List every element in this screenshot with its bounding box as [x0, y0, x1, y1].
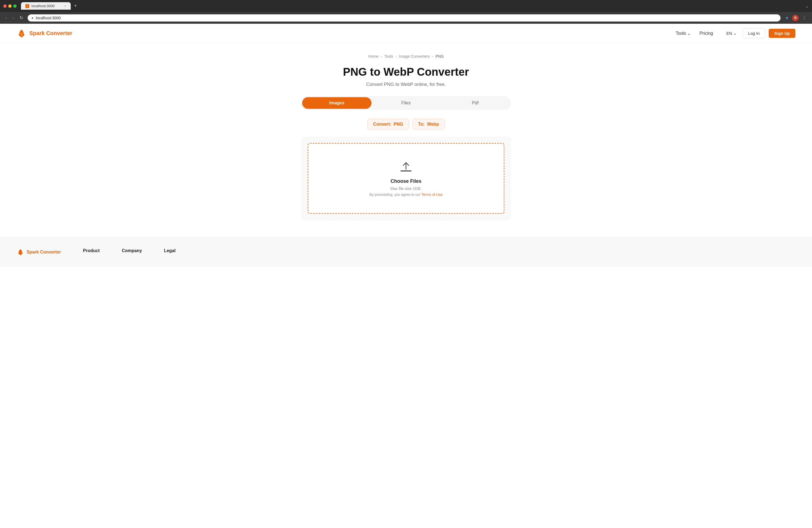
- page-subtitle: Convert PNG to WebP online, for free.: [301, 82, 511, 87]
- convert-from-badge: Convert: PNG: [367, 119, 409, 130]
- breadcrumb-home[interactable]: Home: [368, 54, 378, 59]
- tab-images[interactable]: Images: [302, 97, 372, 109]
- nav-links: Tools ⌄ Pricing: [676, 31, 713, 36]
- page-title: PNG to WebP Converter: [301, 65, 511, 78]
- tools-chevron-icon: ⌄: [687, 31, 691, 36]
- browser-tab-active[interactable]: S localhost:3000 ×: [21, 2, 71, 10]
- tab-favicon: S: [25, 4, 29, 8]
- address-bar[interactable]: ● localhost:3000: [28, 14, 781, 21]
- upload-label: Choose Files: [319, 178, 493, 184]
- breadcrumb-sep-3: ›: [432, 54, 433, 59]
- browser-tabs: S localhost:3000 × +: [21, 2, 803, 10]
- logo-area[interactable]: Spark Converter: [17, 28, 72, 39]
- breadcrumb: Home › Tools › Image Converters › PNG: [301, 54, 511, 59]
- footer-product-heading: Product: [83, 248, 100, 253]
- convert-from-label: Convert:: [373, 122, 391, 127]
- new-tab-button[interactable]: +: [72, 2, 79, 10]
- traffic-light-yellow[interactable]: [8, 4, 12, 8]
- footer-logo-text: Spark Converter: [27, 250, 61, 254]
- upload-tos-text: By proceeding, you agree to our: [369, 192, 421, 196]
- footer-company-heading: Company: [122, 248, 142, 253]
- convert-to-badge: To: Webp: [412, 119, 445, 130]
- footer-legal-col: Legal: [164, 248, 176, 254]
- footer-logo-icon: [17, 248, 24, 256]
- footer-product-col: Product: [83, 248, 100, 254]
- traffic-light-red[interactable]: [3, 4, 6, 8]
- menu-button[interactable]: ⋮: [801, 14, 808, 21]
- breadcrumb-sep-1: ›: [381, 54, 382, 59]
- browser-chrome: S localhost:3000 × + ⌄ ‹ › ↻ ● localhost…: [0, 0, 812, 24]
- browser-titlebar: S localhost:3000 × + ⌄: [0, 2, 812, 12]
- convert-to-label: To:: [418, 122, 425, 127]
- breadcrumb-image-converters[interactable]: Image Converters: [399, 54, 430, 59]
- convert-to-value: Webp: [427, 122, 439, 127]
- nav-actions: EN ⌄ Log In Sign Up: [724, 28, 795, 38]
- pricing-nav-link[interactable]: Pricing: [700, 31, 713, 36]
- upload-icon: [399, 160, 413, 174]
- footer-content: Spark Converter Product Company Legal: [17, 248, 795, 256]
- address-text: localhost:3000: [36, 16, 777, 20]
- login-button[interactable]: Log In: [742, 28, 766, 38]
- browser-actions: ★ R ⋮: [784, 14, 808, 21]
- terms-of-use-link[interactable]: Terms of Use: [421, 192, 443, 196]
- upload-container: Choose Files Max file size 1GB. By proce…: [301, 136, 511, 220]
- language-selector[interactable]: EN ⌄: [724, 29, 739, 38]
- breadcrumb-sep-2: ›: [395, 54, 397, 59]
- tools-nav-link[interactable]: Tools ⌄: [676, 31, 691, 36]
- profile-button[interactable]: R: [792, 15, 799, 21]
- breadcrumb-tools[interactable]: Tools: [384, 54, 393, 59]
- convert-from-value: PNG: [394, 122, 403, 127]
- converter-tabs: Images Files Pdf: [301, 96, 511, 110]
- signup-button[interactable]: Sign Up: [769, 29, 795, 38]
- bookmark-button[interactable]: ★: [784, 14, 790, 21]
- forward-button[interactable]: ›: [11, 14, 15, 21]
- browser-addressbar: ‹ › ↻ ● localhost:3000 ★ R ⋮: [0, 12, 812, 24]
- tab-close-button[interactable]: ×: [64, 4, 66, 8]
- tab-title: localhost:3000: [31, 4, 55, 8]
- traffic-lights: [3, 4, 17, 8]
- footer-company-col: Company: [122, 248, 142, 254]
- footer-legal-heading: Legal: [164, 248, 176, 253]
- main-section: Home › Tools › Image Converters › PNG PN…: [295, 43, 517, 237]
- svg-rect-0: [401, 171, 411, 172]
- refresh-button[interactable]: ↻: [18, 14, 24, 21]
- footer-brand: Spark Converter: [17, 248, 61, 256]
- tab-pdf[interactable]: Pdf: [440, 97, 510, 109]
- traffic-light-green[interactable]: [13, 4, 17, 8]
- navbar: Spark Converter Tools ⌄ Pricing EN ⌄ Log…: [0, 24, 812, 43]
- convert-info: Convert: PNG To: Webp: [301, 119, 511, 130]
- breadcrumb-current: PNG: [436, 54, 444, 59]
- logo-icon: [17, 28, 27, 39]
- logo-text: Spark Converter: [29, 30, 72, 36]
- lock-icon: ●: [31, 16, 34, 20]
- upload-tos: By proceeding, you agree to our Terms of…: [319, 192, 493, 196]
- upload-dropzone[interactable]: Choose Files Max file size 1GB. By proce…: [308, 143, 504, 214]
- lang-chevron-icon: ⌄: [733, 31, 737, 36]
- upload-sublabel: Max file size 1GB.: [319, 186, 493, 191]
- page-content: Spark Converter Tools ⌄ Pricing EN ⌄ Log…: [0, 24, 812, 267]
- tab-expand-button[interactable]: ⌄: [806, 4, 809, 8]
- tab-files[interactable]: Files: [372, 97, 441, 109]
- footer: Spark Converter Product Company Legal: [0, 237, 812, 267]
- back-button[interactable]: ‹: [4, 14, 8, 21]
